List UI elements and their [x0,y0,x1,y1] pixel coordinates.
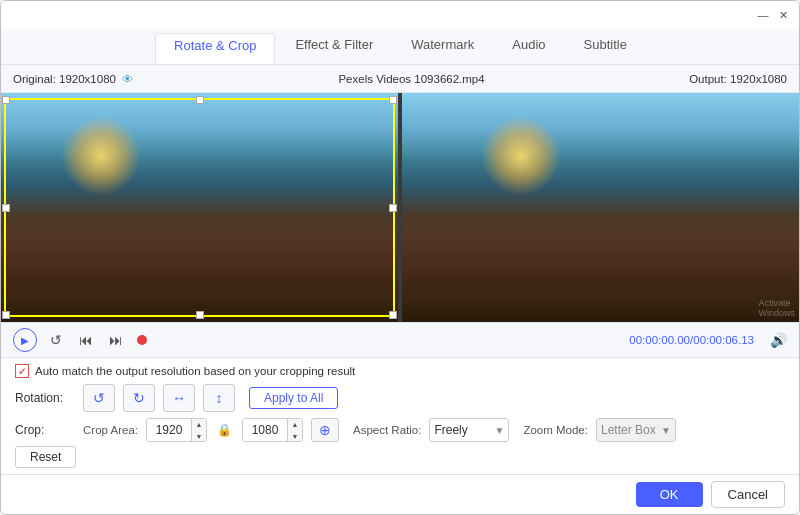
auto-match-checkbox[interactable] [15,364,29,378]
options-section: Auto match the output resolution based o… [1,358,799,474]
tab-watermark[interactable]: Watermark [393,33,492,64]
titlebar: — ✕ [1,1,799,29]
sun-glow-right [481,116,561,196]
crop-label: Crop: [15,423,75,437]
width-input-group: ▲ ▼ [146,418,207,442]
tab-rotate-crop[interactable]: Rotate & Crop [155,33,275,64]
crop-area-label: Crop Area: [83,424,138,436]
minimize-button[interactable]: — [755,7,771,23]
play-button[interactable]: ▶ [13,328,37,352]
close-button[interactable]: ✕ [775,7,791,23]
video-canvas-left [1,93,398,322]
next-frame-button[interactable]: ⏭ [105,329,127,351]
time-total: 00:00:06.13 [693,334,754,346]
width-input[interactable] [147,419,191,441]
aspect-ratio-select[interactable]: Freely ▼ [429,418,509,442]
apply-to-all-button[interactable]: Apply to All [249,387,338,409]
aspect-ratio-value: Freely [434,423,467,437]
aspect-ratio-label: Aspect Ratio: [353,424,421,436]
reset-button[interactable]: Reset [15,446,76,468]
video-canvas-right [402,93,799,322]
rocks-right [402,196,799,322]
visibility-icon[interactable]: 👁 [122,73,134,85]
main-window: — ✕ Rotate & Crop Effect & Filter Waterm… [0,0,800,515]
file-name: Pexels Videos 1093662.mp4 [134,73,689,85]
height-input-group: ▲ ▼ [242,418,303,442]
height-up-arrow[interactable]: ▲ [288,418,302,430]
ok-button[interactable]: OK [636,482,703,507]
tab-effect-filter[interactable]: Effect & Filter [277,33,391,64]
width-up-arrow[interactable]: ▲ [192,418,206,430]
zoom-mode-label: Zoom Mode: [523,424,588,436]
video-area: ActivateWindows [1,93,799,322]
cancel-button[interactable]: Cancel [711,481,785,508]
record-indicator [137,335,147,345]
zoom-mode-value: Letter Box [601,423,656,437]
center-crop-button[interactable]: ⊕ [311,418,339,442]
zoom-mode-arrow: ▼ [661,425,671,436]
output-resolution: Output: 1920x1080 [689,73,787,85]
aspect-ratio-arrow: ▼ [494,425,504,436]
rotation-row: Rotation: ↺ ↻ ↔ ↕ Apply to All [15,384,785,412]
width-down-arrow[interactable]: ▼ [192,430,206,442]
video-panel-right: ActivateWindows [402,93,799,322]
controls-bar: ▶ ↺ ⏮ ⏭ 00:00:00.00/00:00:06.13 🔊 [1,322,799,358]
time-display: 00:00:00.00/00:00:06.13 [629,334,754,346]
height-arrows: ▲ ▼ [287,418,302,442]
flip-vertical-button[interactable]: ↕ [203,384,235,412]
rotate-left-button[interactable]: ↺ [83,384,115,412]
auto-match-label: Auto match the output resolution based o… [35,365,355,377]
video-panel-left [1,93,402,322]
rotation-label: Rotation: [15,391,75,405]
height-down-arrow[interactable]: ▼ [288,430,302,442]
time-current: 00:00:00.00 [629,334,690,346]
rocks-left [1,196,398,322]
loop-button[interactable]: ↺ [45,329,67,351]
tab-audio[interactable]: Audio [494,33,563,64]
flip-horizontal-button[interactable]: ↔ [163,384,195,412]
tab-subtitle[interactable]: Subtitle [566,33,645,64]
volume-icon[interactable]: 🔊 [770,332,787,348]
tabs-bar: Rotate & Crop Effect & Filter Watermark … [1,29,799,65]
prev-frame-button[interactable]: ⏮ [75,329,97,351]
auto-match-row: Auto match the output resolution based o… [15,364,785,378]
footer: OK Cancel [1,474,799,514]
lock-icon: 🔒 [217,423,232,437]
original-resolution: Original: 1920x1080 [13,73,116,85]
zoom-mode-select[interactable]: Letter Box ▼ [596,418,676,442]
info-bar: Original: 1920x1080 👁 Pexels Videos 1093… [1,65,799,93]
rotate-right-button[interactable]: ↻ [123,384,155,412]
sun-glow [61,116,141,196]
height-input[interactable] [243,419,287,441]
crop-row: Crop: Crop Area: ▲ ▼ 🔒 ▲ ▼ ⊕ Aspect Rati… [15,418,785,442]
width-arrows: ▲ ▼ [191,418,206,442]
